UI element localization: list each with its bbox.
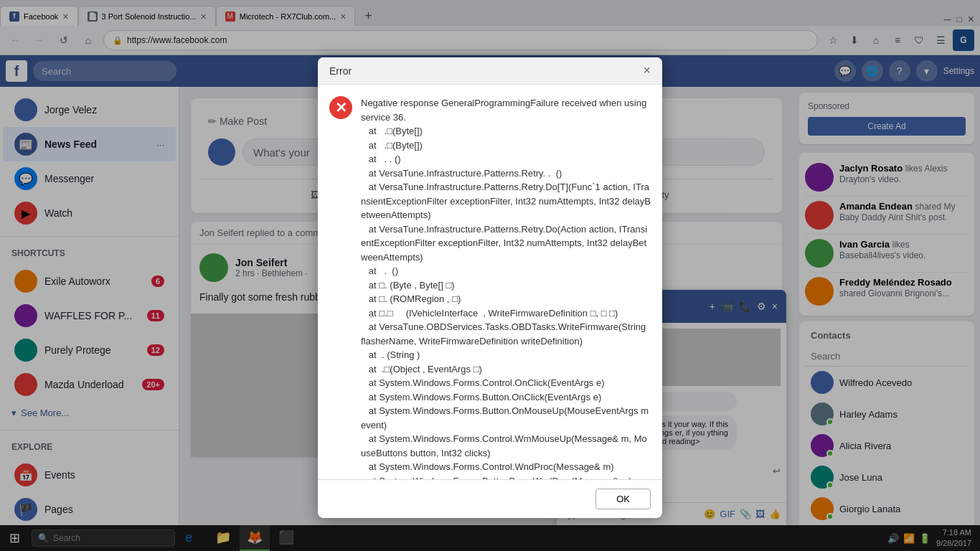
error-dialog-title: Error [329,65,352,77]
error-overlay: Error × ✕ Negative response GeneralProgr… [0,0,980,551]
error-dialog: Error × ✕ Negative response GeneralProgr… [318,57,662,518]
error-body: ✕ Negative response GeneralProgrammingFa… [318,85,662,479]
error-message-text: Negative response GeneralProgrammingFail… [361,96,651,479]
error-icon: ✕ [329,96,352,119]
error-title-bar: Error × [318,57,662,85]
error-ok-button[interactable]: OK [595,489,651,509]
error-top: ✕ Negative response GeneralProgrammingFa… [329,96,651,479]
error-footer: OK [318,479,662,518]
error-close-button[interactable]: × [643,63,651,78]
